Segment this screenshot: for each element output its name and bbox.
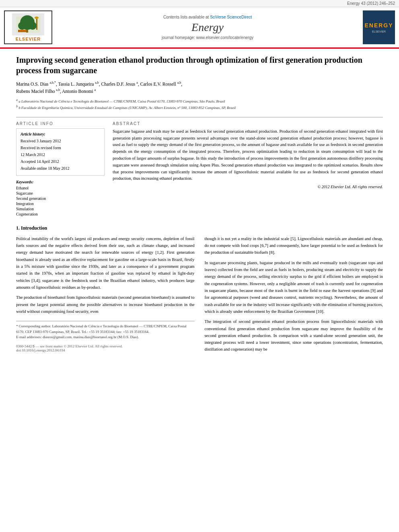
intro-number: 1. (16, 225, 20, 231)
article-history-box: Article history: Received 3 January 2012… (16, 128, 105, 176)
available-date: Available online 18 May 2012 (21, 165, 100, 171)
received-revised-date: 12 March 2012 (21, 152, 100, 158)
svg-rect-5 (36, 18, 37, 30)
intro-section: 1. Introduction Political instability of… (16, 225, 383, 356)
intro-left-col: Political instability of the world's lar… (16, 235, 195, 356)
abstract-header: ABSTRACT (113, 121, 383, 126)
intro-title: 1. Introduction (16, 225, 383, 231)
contents-text: Contents lists available at (163, 15, 209, 19)
journal-reference: Energy 43 (2012) 246–252 (0, 0, 399, 7)
footnote: * Corresponding author. Laboratório Naci… (16, 321, 195, 340)
issn-text: 0360-5442/$ — see front matter © 2012 El… (16, 344, 195, 348)
energy-logo-text: ENERGY (364, 22, 393, 29)
received-date: Received 3 January 2012 (21, 138, 100, 144)
header-divider (16, 117, 383, 117)
elsevier-brand: ELSEVIER (16, 37, 41, 41)
intro-body-cols: Political instability of the world's lar… (16, 235, 383, 356)
sciverse-text: SciVerse ScienceDirect (210, 15, 252, 19)
intro-right-para1: though it is not yet a reality in the in… (205, 235, 383, 256)
keyword-simulation: Simulation (16, 207, 105, 211)
received-revised-label: Received in revised form (21, 145, 100, 151)
page-content: Improving second generation ethanol prod… (0, 49, 399, 362)
left-column: ARTICLE INFO Article history: Received 3… (16, 121, 105, 217)
svg-point-6 (35, 16, 39, 19)
article-info-header: ARTICLE INFO (16, 121, 105, 126)
authors-line: Marina O.S. Dias a,b,*, Tassia L. Junque… (16, 80, 383, 95)
intro-right-para3: The integration of second generation eth… (205, 318, 383, 353)
copyright-text: © 2012 Elsevier Ltd. All rights reserved… (113, 185, 383, 189)
keyword-cogeneration: Cogeneration (16, 212, 105, 216)
affil-a: a Laboratório Nacional de Ciência e Tecn… (19, 99, 225, 103)
article-info-abstract: ARTICLE INFO Article history: Received 3… (16, 121, 383, 217)
article-title: Improving second generation ethanol prod… (16, 55, 383, 76)
keyword-ethanol: Ethanol (16, 186, 105, 190)
svg-rect-8 (19, 30, 19, 32)
journal-name: Energy (191, 21, 224, 34)
intro-para2: The production of bioethanol from lignoc… (16, 294, 195, 315)
article-history-title: Article history: (21, 132, 100, 136)
journal-center: Contents lists available at SciVerse Sci… (56, 10, 359, 44)
energy-right-logo: ENERGY ELSEVIER (363, 10, 395, 44)
homepage-label: journal homepage: (162, 35, 195, 40)
right-column: ABSTRACT Sugarcane bagasse and trash may… (113, 121, 383, 217)
journal-header: ELSEVIER Contents lists available at Sci… (0, 7, 399, 49)
keyword-integration: Integration (16, 201, 105, 206)
keywords-box: Keywords: Ethanol Sugarcane Second gener… (16, 180, 105, 216)
intro-right-col: though it is not yet a reality in the in… (205, 235, 383, 356)
doi-text: doi:10.1016/j.energy.2012.04.034 (16, 348, 195, 352)
journal-homepage: journal homepage: www.elsevier.com/locat… (162, 35, 253, 40)
intro-title-text: Introduction (21, 225, 47, 231)
elsevier-logo: ELSEVIER (4, 10, 52, 44)
keywords-title: Keywords: (16, 180, 105, 184)
abstract-text: Sugarcane bagasse and trash may be used … (113, 128, 383, 182)
svg-rect-7 (18, 30, 26, 32)
keyword-sugarcane: Sugarcane (16, 191, 105, 195)
homepage-url: www.elsevier.com/locate/energy (196, 35, 253, 40)
elsevier-tree-image (12, 13, 44, 35)
footer-ids: 0360-5442/$ — see front matter © 2012 El… (16, 344, 195, 352)
sciverse-link: Contents lists available at SciVerse Sci… (163, 15, 252, 19)
footnote-email: E-mail addresses: diasros@gmail.com, mar… (16, 335, 195, 340)
affil-b: b Faculdade de Engenharia Química, Unive… (19, 106, 236, 110)
journal-ref-text: Energy 43 (2012) 246–252 (347, 1, 395, 6)
svg-point-4 (29, 22, 37, 30)
keyword-2g: Second generation (16, 196, 105, 201)
intro-para1: Political instability of the world's lar… (16, 235, 195, 291)
affiliations: a a Laboratório Nacional de Ciência e Te… (16, 98, 383, 111)
accepted-date: Accepted 14 April 2012 (21, 158, 100, 164)
energy-logo-subtext: ELSEVIER (372, 30, 386, 33)
footnote-text: * Corresponding author. Laboratório Naci… (16, 324, 195, 335)
intro-right-para2: In sugarcane processing plants, bagasse … (205, 259, 383, 315)
svg-point-3 (18, 22, 26, 30)
